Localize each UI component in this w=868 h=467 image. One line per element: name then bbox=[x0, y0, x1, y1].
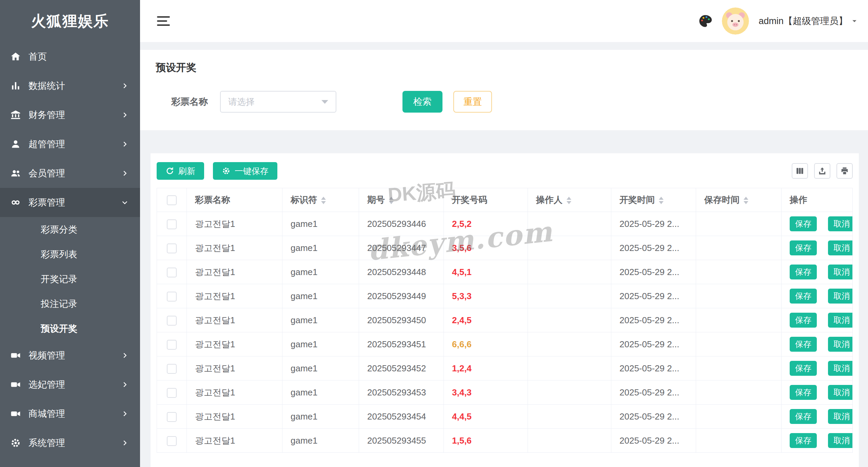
sort-control[interactable] bbox=[321, 197, 326, 204]
sidebar-item-lottery[interactable]: 彩票管理 bbox=[0, 188, 140, 217]
row-select-cell bbox=[157, 381, 187, 405]
row-cancel-button[interactable]: 取消 bbox=[828, 409, 852, 424]
sidebar-item-statistics[interactable]: 数据统计 bbox=[0, 71, 140, 100]
cell-issue-number: 202505293450 bbox=[359, 308, 444, 332]
cell-actions: 保存 取消 bbox=[782, 236, 853, 260]
sidebar-item-mall[interactable]: 商城管理 bbox=[0, 399, 140, 428]
row-save-button[interactable]: 保存 bbox=[790, 433, 817, 448]
cell-lottery-name: 광고전달1 bbox=[187, 356, 282, 381]
row-cancel-button[interactable]: 取消 bbox=[828, 433, 852, 448]
sidebar-item-home[interactable]: 首页 bbox=[0, 42, 140, 71]
row-cancel-button[interactable]: 取消 bbox=[828, 240, 852, 255]
row-checkbox[interactable] bbox=[167, 316, 177, 326]
user-menu[interactable]: admin【超级管理员】 bbox=[758, 15, 858, 27]
row-cancel-button[interactable]: 取消 bbox=[828, 361, 852, 376]
refresh-button[interactable]: 刷新 bbox=[157, 162, 204, 180]
cell-draw-time: 2025-05-29 2... bbox=[611, 356, 696, 381]
columns-button[interactable] bbox=[792, 163, 808, 179]
print-button[interactable] bbox=[836, 163, 853, 179]
sort-control[interactable] bbox=[389, 197, 394, 204]
sidebar-item-label: 会员管理 bbox=[28, 167, 121, 179]
table-body: 광고전달1 game1 202505293446 2,5,2 2025-05-2… bbox=[157, 212, 853, 453]
row-save-button[interactable]: 保存 bbox=[790, 216, 817, 231]
pig-avatar-icon bbox=[722, 7, 749, 35]
cell-issue-number: 202505293455 bbox=[359, 429, 444, 453]
row-save-button[interactable]: 保存 bbox=[790, 289, 817, 304]
row-checkbox[interactable] bbox=[167, 436, 177, 446]
chevron-right-icon bbox=[121, 352, 129, 359]
chevron-right-icon bbox=[121, 410, 129, 417]
sidebar-toggle-icon[interactable] bbox=[157, 16, 170, 26]
row-save-button[interactable]: 保存 bbox=[790, 337, 817, 352]
sidebar-item-label: 数据统计 bbox=[28, 80, 121, 92]
sidebar-item-finance[interactable]: 财务管理 bbox=[0, 100, 140, 130]
row-checkbox[interactable] bbox=[167, 292, 177, 301]
column-header-操作人: 操作人 bbox=[528, 188, 611, 212]
sidebar-subitem-draw-records[interactable]: 开奖记录 bbox=[0, 267, 140, 291]
theme-palette-icon[interactable] bbox=[698, 14, 712, 28]
row-checkbox[interactable] bbox=[167, 268, 177, 277]
cell-save-time bbox=[696, 356, 782, 381]
cell-identifier: game1 bbox=[282, 284, 359, 308]
sidebar-item-members[interactable]: 会员管理 bbox=[0, 159, 140, 188]
cell-issue-number: 202505293446 bbox=[359, 212, 444, 236]
row-save-button[interactable]: 保存 bbox=[790, 409, 817, 424]
export-button[interactable] bbox=[814, 163, 830, 179]
cell-lottery-name: 광고전달1 bbox=[187, 308, 282, 332]
sidebar-item-system[interactable]: 系统管理 bbox=[0, 428, 140, 458]
cell-actions: 保存 取消 bbox=[782, 212, 853, 236]
page-title: 预设开奖 bbox=[156, 61, 852, 75]
row-save-button[interactable]: 保存 bbox=[790, 313, 817, 328]
sidebar-item-label: 首页 bbox=[28, 51, 121, 63]
select-all-checkbox[interactable] bbox=[167, 195, 177, 205]
sidebar-item-label: 系统管理 bbox=[28, 437, 121, 449]
cell-lottery-name: 광고전달1 bbox=[187, 332, 282, 356]
main-area: admin【超级管理员】 预设开奖 彩票名称 请选择 检索 重置 DK源码 dk… bbox=[140, 0, 868, 467]
export-icon bbox=[818, 167, 827, 175]
sidebar-item-label: 商城管理 bbox=[28, 408, 121, 420]
row-checkbox[interactable] bbox=[167, 388, 177, 398]
sidebar-item-video[interactable]: 视频管理 bbox=[0, 341, 140, 370]
sidebar-subitem-lottery-category[interactable]: 彩票分类 bbox=[0, 217, 140, 242]
row-checkbox[interactable] bbox=[167, 340, 177, 350]
reset-button[interactable]: 重置 bbox=[453, 91, 492, 113]
cell-identifier: game1 bbox=[282, 212, 359, 236]
cell-draw-time: 2025-05-29 2... bbox=[611, 405, 696, 429]
sidebar: 火狐狸娱乐 首页 数据统计 财务管理 超管管理 会员管理 彩票管理 彩票分类 彩… bbox=[0, 0, 140, 467]
sidebar-subitem-lottery-list[interactable]: 彩票列表 bbox=[0, 242, 140, 267]
row-select-cell bbox=[157, 308, 187, 332]
sidebar-subitem-bet-records[interactable]: 投注记录 bbox=[0, 291, 140, 316]
row-checkbox[interactable] bbox=[167, 412, 177, 422]
sidebar-item-concubine[interactable]: 选妃管理 bbox=[0, 370, 140, 399]
sidebar-subitem-preset-draw[interactable]: 预设开奖 bbox=[0, 316, 140, 341]
row-cancel-button[interactable]: 取消 bbox=[828, 385, 852, 400]
sidebar-item-super-admin[interactable]: 超管管理 bbox=[0, 130, 140, 159]
sort-control[interactable] bbox=[567, 197, 571, 204]
row-cancel-button[interactable]: 取消 bbox=[828, 265, 852, 279]
row-checkbox[interactable] bbox=[167, 364, 177, 374]
cell-operator bbox=[528, 236, 611, 260]
cell-actions: 保存 取消 bbox=[782, 381, 853, 405]
user-avatar[interactable] bbox=[722, 7, 749, 35]
home-icon bbox=[10, 51, 21, 62]
search-button[interactable]: 检索 bbox=[402, 91, 442, 113]
cell-save-time bbox=[696, 381, 782, 405]
row-checkbox[interactable] bbox=[167, 244, 177, 253]
lottery-name-select[interactable]: 请选择 bbox=[220, 91, 336, 113]
cell-issue-number: 202505293449 bbox=[359, 284, 444, 308]
row-save-button[interactable]: 保存 bbox=[790, 240, 817, 255]
cell-lottery-name: 광고전달1 bbox=[187, 284, 282, 308]
row-cancel-button[interactable]: 取消 bbox=[828, 337, 852, 352]
row-save-button[interactable]: 保存 bbox=[790, 265, 817, 279]
row-cancel-button[interactable]: 取消 bbox=[828, 289, 852, 304]
chevron-right-icon bbox=[121, 381, 129, 388]
sort-control[interactable] bbox=[659, 197, 664, 204]
row-cancel-button[interactable]: 取消 bbox=[828, 313, 852, 328]
cell-issue-number: 202505293452 bbox=[359, 356, 444, 381]
save-all-button[interactable]: 一键保存 bbox=[213, 162, 277, 180]
row-save-button[interactable]: 保存 bbox=[790, 385, 817, 400]
row-checkbox[interactable] bbox=[167, 219, 177, 229]
row-save-button[interactable]: 保存 bbox=[790, 361, 817, 376]
row-cancel-button[interactable]: 取消 bbox=[828, 216, 852, 231]
sort-control[interactable] bbox=[744, 197, 748, 204]
